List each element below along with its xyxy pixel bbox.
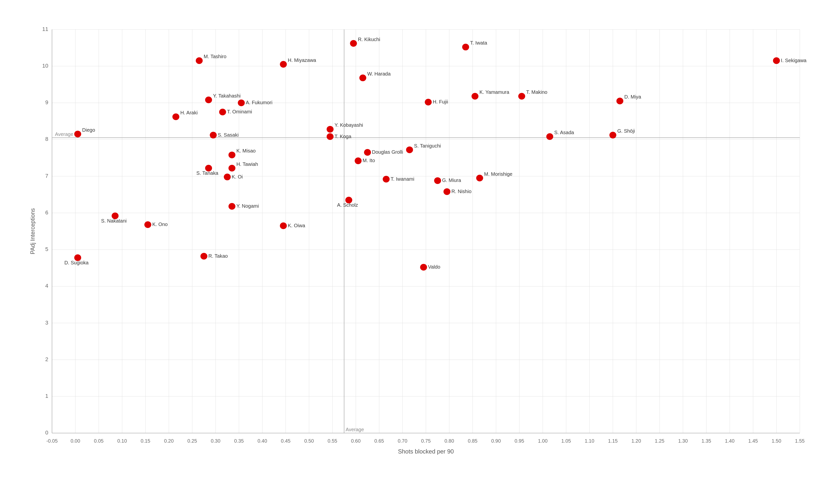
player-label: K. Oi xyxy=(232,174,243,180)
svg-text:0.35: 0.35 xyxy=(234,438,244,444)
data-point[interactable] xyxy=(172,113,179,120)
data-point[interactable] xyxy=(327,133,334,140)
svg-text:0.30: 0.30 xyxy=(211,438,220,444)
svg-text:4: 4 xyxy=(45,283,48,289)
player-label: K. Misao xyxy=(236,148,256,154)
data-point[interactable] xyxy=(205,97,212,103)
svg-text:3: 3 xyxy=(45,320,48,326)
scatter-plot: 01234567891011-0.050.000.050.100.150.200… xyxy=(30,22,812,457)
player-label: K. Yamamura xyxy=(479,89,509,95)
svg-text:1.25: 1.25 xyxy=(655,438,665,444)
player-label: W. Harada xyxy=(367,71,391,77)
player-label: G. Miura xyxy=(442,178,461,183)
svg-text:Average: Average xyxy=(55,131,73,137)
svg-text:2: 2 xyxy=(45,356,48,363)
data-point[interactable] xyxy=(229,203,235,210)
data-point[interactable] xyxy=(327,126,334,133)
svg-text:PAdj Interceptions: PAdj Interceptions xyxy=(30,208,36,254)
data-point[interactable] xyxy=(196,57,203,64)
player-label: Valdo xyxy=(428,264,441,270)
data-point[interactable] xyxy=(219,109,226,115)
data-point[interactable] xyxy=(616,98,623,104)
player-label: M. Morishige xyxy=(484,171,512,177)
svg-text:-0.05: -0.05 xyxy=(46,438,58,444)
player-label: H. Miyazawa xyxy=(288,57,316,63)
data-point[interactable] xyxy=(359,75,366,81)
svg-text:0.50: 0.50 xyxy=(304,438,314,444)
player-label: R. Takao xyxy=(208,253,228,259)
svg-text:0.25: 0.25 xyxy=(187,438,197,444)
data-point[interactable] xyxy=(355,157,362,164)
svg-text:7: 7 xyxy=(45,173,48,179)
svg-text:1.15: 1.15 xyxy=(608,438,618,444)
data-point[interactable] xyxy=(280,222,287,229)
svg-text:0.85: 0.85 xyxy=(468,438,477,444)
player-label: R. Nishio xyxy=(451,189,471,194)
player-label: K. Ono xyxy=(152,222,167,227)
svg-text:0.80: 0.80 xyxy=(444,438,454,444)
player-label: Douglas Grolli xyxy=(372,150,403,155)
svg-text:Average: Average xyxy=(346,427,364,432)
data-point[interactable] xyxy=(364,149,371,156)
svg-text:0.95: 0.95 xyxy=(515,438,524,444)
player-label: M. Tashiro xyxy=(204,54,227,59)
data-point[interactable] xyxy=(224,174,231,180)
svg-text:1.00: 1.00 xyxy=(538,438,547,444)
svg-text:0.60: 0.60 xyxy=(351,438,361,444)
data-point[interactable] xyxy=(425,99,432,105)
player-label: T. Ominami xyxy=(227,109,252,115)
data-point[interactable] xyxy=(238,100,245,106)
player-label: H. Tawiah xyxy=(236,161,258,167)
svg-text:1.10: 1.10 xyxy=(584,438,594,444)
data-point[interactable] xyxy=(420,264,427,270)
data-point[interactable] xyxy=(229,152,235,158)
player-label: H. Fujii xyxy=(433,99,448,105)
data-point[interactable] xyxy=(406,147,413,153)
svg-text:0.40: 0.40 xyxy=(258,438,267,444)
data-point[interactable] xyxy=(462,44,469,51)
player-label: Y. Takahashi xyxy=(213,93,241,99)
data-point[interactable] xyxy=(210,132,217,138)
svg-text:0.10: 0.10 xyxy=(118,438,127,444)
svg-text:0.75: 0.75 xyxy=(421,438,431,444)
data-point[interactable] xyxy=(145,221,151,228)
svg-text:8: 8 xyxy=(45,136,48,142)
data-point[interactable] xyxy=(471,93,478,100)
svg-text:10: 10 xyxy=(42,63,48,69)
player-label: S. Tanaka xyxy=(197,170,218,176)
data-point[interactable] xyxy=(443,188,450,195)
data-point[interactable] xyxy=(546,133,553,140)
svg-text:9: 9 xyxy=(45,100,48,106)
player-label: K. Oiwa xyxy=(288,223,305,228)
player-label: I. Sekigawa xyxy=(781,58,806,63)
player-label: T. Iwanami xyxy=(391,176,415,182)
data-point[interactable] xyxy=(74,131,81,137)
data-point[interactable] xyxy=(200,253,207,260)
svg-text:1.20: 1.20 xyxy=(631,438,641,444)
data-point[interactable] xyxy=(609,132,616,138)
player-label: A. Fukumori xyxy=(245,100,272,105)
player-label: H. Araki xyxy=(180,110,198,115)
svg-text:0.05: 0.05 xyxy=(94,438,104,444)
svg-text:1.30: 1.30 xyxy=(678,438,688,444)
player-label: S. Asada xyxy=(554,130,574,135)
data-point[interactable] xyxy=(229,165,235,171)
data-point[interactable] xyxy=(773,57,780,64)
player-label: M. Ito xyxy=(363,158,375,163)
svg-text:0: 0 xyxy=(45,430,48,436)
svg-text:0.55: 0.55 xyxy=(328,438,337,444)
data-point[interactable] xyxy=(383,176,390,182)
data-point[interactable] xyxy=(350,40,357,47)
player-label: A. Scholz xyxy=(337,203,358,208)
svg-text:0.65: 0.65 xyxy=(374,438,384,444)
data-point[interactable] xyxy=(476,175,483,182)
svg-text:Shots blocked per 90: Shots blocked per 90 xyxy=(398,448,453,455)
player-label: R. Kikuchi xyxy=(358,37,380,42)
data-point[interactable] xyxy=(434,177,441,184)
svg-text:1.35: 1.35 xyxy=(702,438,711,444)
player-label: T. Makino xyxy=(526,89,547,95)
player-label: T. Koga xyxy=(335,134,352,139)
svg-text:5: 5 xyxy=(45,246,48,252)
data-point[interactable] xyxy=(280,61,287,68)
data-point[interactable] xyxy=(518,93,525,100)
